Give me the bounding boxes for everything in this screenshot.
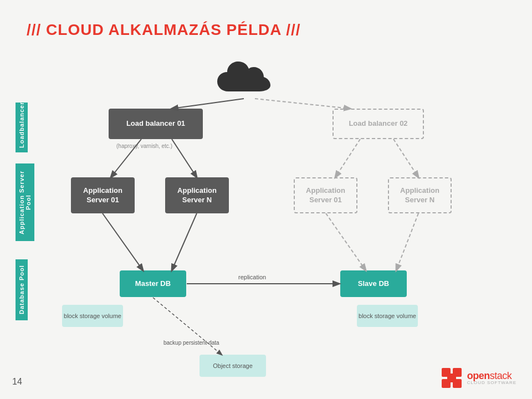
svg-line-7 xyxy=(172,213,197,270)
block-storage-right-box: block storage volume xyxy=(357,305,418,327)
openstack-text: openstack CLOUD SOFTWARE xyxy=(467,371,516,385)
svg-line-12 xyxy=(153,298,222,355)
svg-text:backup persistent data: backup persistent data xyxy=(163,340,219,346)
openstack-logo: openstack CLOUD SOFTWARE xyxy=(439,366,516,390)
svg-rect-18 xyxy=(453,379,462,388)
svg-line-6 xyxy=(103,213,143,270)
lb01-box: Load balancer 01 xyxy=(109,109,203,139)
slavedb-box: Slave DB xyxy=(340,270,407,297)
page-title: /// CLOUD ALKALMAZÁS PÉLDA /// xyxy=(27,21,301,39)
svg-line-9 xyxy=(396,213,418,270)
svg-rect-17 xyxy=(442,379,451,388)
masterdb-box: Master DB xyxy=(120,270,186,297)
svg-line-4 xyxy=(335,139,360,177)
title-suffix: /// xyxy=(286,21,300,38)
app01-solid-box: Application Server 01 xyxy=(71,177,135,213)
svg-line-8 xyxy=(326,213,366,270)
database-pool-label: Database Pool xyxy=(16,259,28,320)
title-prefix: /// xyxy=(27,21,41,38)
appN-solid-box: Application Server N xyxy=(165,177,229,213)
page-number: 14 xyxy=(12,377,22,387)
lb02-box: Load balancer 02 xyxy=(332,109,424,139)
appN-dashed-box: Application Server N xyxy=(388,177,452,213)
object-storage-box: Object storage xyxy=(200,355,266,377)
openstack-icon xyxy=(439,366,464,390)
block-storage-left-box: block storage volume xyxy=(62,305,123,327)
app01-dashed-box: Application Server 01 xyxy=(294,177,357,213)
cloud-icon xyxy=(216,61,272,102)
app-server-pool-label: Application Server Pool xyxy=(16,163,34,241)
openstack-name: openstack xyxy=(467,371,516,381)
svg-line-5 xyxy=(393,139,418,177)
loadbalancer-label: Loadbalancer xyxy=(16,103,28,152)
svg-line-3 xyxy=(172,139,197,177)
lb01-subtitle: (haproxy, varnish, etc.) xyxy=(116,143,172,149)
openstack-sub: CLOUD SOFTWARE xyxy=(467,381,516,385)
title-main: CLOUD ALKALMAZÁS PÉLDA xyxy=(41,21,286,38)
svg-text:replication: replication xyxy=(238,274,266,280)
